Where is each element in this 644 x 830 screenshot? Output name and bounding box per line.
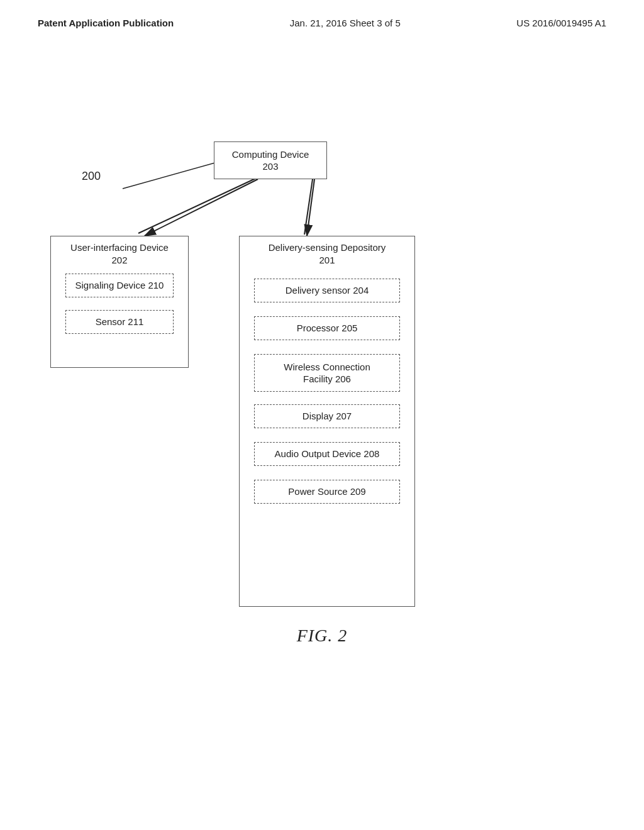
processor-205-box: Processor 205 — [254, 316, 400, 340]
svg-line-5 — [307, 179, 314, 236]
header-right: US 2016/0019495 A1 — [516, 18, 606, 28]
svg-line-6 — [304, 179, 313, 235]
display-207-box: Display 207 — [254, 404, 400, 428]
signaling-device-box: Signaling Device 210 — [65, 274, 174, 297]
computing-device-box: Computing Device 203 — [214, 141, 327, 179]
power-source-box: Power Source 209 — [254, 480, 400, 504]
computing-device-text: Computing Device 203 — [232, 148, 309, 173]
uid-outer-box: User-interfacing Device 202 — [50, 236, 189, 368]
sensor-211-box: Sensor 211 — [65, 310, 174, 334]
audio-output-box: Audio Output Device 208 — [254, 442, 400, 466]
diagram-area: 200 Computing Device 203 User-interfacin… — [0, 47, 644, 613]
delivery-sensor-box: Delivery sensor 204 — [254, 279, 400, 302]
svg-line-2 — [145, 179, 258, 236]
svg-line-4 — [138, 178, 257, 233]
label-200: 200 — [82, 170, 101, 183]
wireless-connection-text: Wireless Connection Facility 206 — [284, 361, 370, 385]
header-center: Jan. 21, 2016 Sheet 3 of 5 — [290, 18, 401, 28]
header-left: Patent Application Publication — [38, 18, 174, 28]
uid-title: User-interfacing Device 202 — [51, 241, 188, 266]
page-header: Patent Application Publication Jan. 21, … — [0, 0, 644, 28]
wireless-connection-box: Wireless Connection Facility 206 — [254, 354, 400, 392]
figure-label: FIG. 2 — [0, 626, 644, 646]
dsd-title: Delivery-sensing Depository 201 — [240, 241, 414, 266]
svg-line-1 — [123, 159, 228, 189]
